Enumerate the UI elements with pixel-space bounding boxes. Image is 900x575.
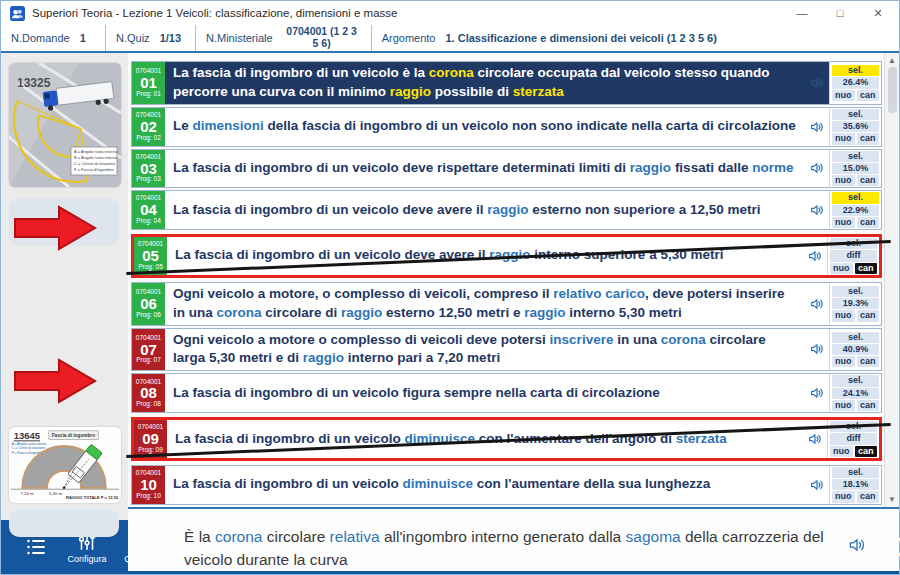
question-text: La fascia di ingombro di un veicolo figu… [165,374,805,412]
figure-fascia-ingombro[interactable]: 13645 Fascia di ingombro A = Angolo ruot… [9,427,121,503]
figure-top-number: 13325 [17,76,51,90]
window-controls: — □ ✕ [783,1,897,25]
question-stats: sel. diff nuo can [827,237,879,275]
question-stats: sel. 26.4% nuo can [829,62,881,104]
question-badge: 0704001 09 Prog: 09 [134,420,167,458]
question-badge: 0704001 08 Prog: 08 [132,374,165,412]
nministeriale-label: N.Ministeriale [206,32,273,44]
argomento-label: Argomento [382,32,436,44]
question-audio[interactable] [805,466,829,504]
stat-can-button[interactable]: can [857,400,880,411]
question-row[interactable]: 0704001 10 Prog: 10 La fascia di ingombr… [131,465,882,505]
ndomande-value: 1 [80,32,86,44]
stat-value: 35.6% [832,121,879,132]
stat-value: diff [830,433,877,444]
question-prog: Prog: 06 [136,312,161,319]
app-window: Superiori Teoria - Lezione 1 Veicoli: cl… [0,0,900,575]
question-stats: sel. 24.1% nuo can [829,374,881,412]
question-stats: sel. diff nuo can [827,420,879,458]
question-row[interactable]: 0704001 09 Prog: 09 La fascia di ingombr… [131,417,882,461]
question-audio[interactable] [803,237,827,275]
scrollbar[interactable]: ▲ ▼ [884,53,899,507]
stat-nuo-button[interactable]: nuo [832,90,855,101]
question-audio[interactable] [803,420,827,458]
question-row[interactable]: 0704001 04 Prog: 04 La fascia di ingombr… [131,190,882,230]
argomento-value: 1. Classificazione e dimensioni dei veic… [445,32,716,44]
question-number: 02 [140,119,157,135]
question-row[interactable]: 0704001 03 Prog: 03 La fascia di ingombr… [131,149,882,189]
stat-value: 24.1% [832,388,879,399]
question-badge: 0704001 03 Prog: 03 [132,150,165,188]
question-audio[interactable] [805,329,829,371]
question-stats: sel. 19.3% nuo can [829,283,881,325]
question-number: 03 [140,161,157,177]
question-number: 06 [140,296,157,312]
stat-can-button[interactable]: can [857,217,880,228]
description-audio-icon[interactable] [847,535,867,555]
stat-sel: sel. [832,286,879,297]
stat-nuo-button[interactable]: nuo [832,400,855,411]
nquiz-value: 1/13 [160,32,181,44]
question-text: La fascia di ingombro di un veicolo dimi… [167,420,803,458]
stat-can-button[interactable]: can [857,90,880,101]
stat-can-button[interactable]: can [855,263,878,274]
stat-nuo-button[interactable]: nuo [832,175,855,186]
minimize-icon[interactable]: — [783,1,821,25]
maximize-icon[interactable]: □ [821,1,859,25]
question-badge: 0704001 10 Prog: 10 [132,466,165,504]
question-audio[interactable] [805,62,829,104]
scroll-up-icon[interactable]: ▲ [888,56,896,65]
stat-nuo-button[interactable]: nuo [832,491,855,502]
figure-turning-circle[interactable]: A = Angolo ruota esterna B = Angolo ruot… [9,63,121,187]
stat-nuo-button[interactable]: nuo [832,133,855,144]
stat-can-button[interactable]: can [857,356,880,367]
question-row[interactable]: 0704001 08 Prog: 08 La fascia di ingombr… [131,373,882,413]
speaker-icon [809,341,825,357]
question-badge: 0704001 05 Prog: 05 [134,237,167,275]
speaker-icon [809,477,825,493]
answer-description: È la corona circolare relativa all'ingom… [128,507,899,572]
question-stats: sel. 35.6% nuo can [829,108,881,146]
question-audio[interactable] [805,150,829,188]
stat-nuo-button[interactable]: nuo [830,446,853,457]
field-ndomande: N.Domande 1 [1,25,106,51]
svg-text:C = Centro di rotazione: C = Centro di rotazione [74,161,116,166]
question-row[interactable]: 0704001 07 Prog: 07 Ogni veicolo a motor… [131,328,882,372]
stat-nuo-button[interactable]: nuo [830,263,853,274]
menu-list-button[interactable] [13,535,59,559]
question-row[interactable]: 0704001 01 Prog: 01 La fascia di ingombr… [131,61,882,105]
stat-nuo-button[interactable]: nuo [832,356,855,367]
pointer-arrow-row5 [13,205,97,251]
question-row[interactable]: 0704001 05 Prog: 05 La fascia di ingombr… [131,234,882,278]
question-audio[interactable] [805,191,829,229]
stat-can-button[interactable]: can [857,133,880,144]
question-text: Le dimensioni della fascia di ingombro d… [165,108,805,146]
stat-can-button[interactable]: can [857,175,880,186]
speaker-icon [809,75,825,91]
stat-nuo-button[interactable]: nuo [832,217,855,228]
question-number: 05 [142,248,159,264]
question-audio[interactable] [805,374,829,412]
question-text: La fascia di ingombro di un veicolo deve… [165,150,805,188]
question-area: 0704001 01 Prog: 01 La fascia di ingombr… [128,53,899,507]
nquiz-label: N.Quiz [116,32,150,44]
stat-can-button[interactable]: can [857,310,880,321]
scroll-down-icon[interactable]: ▼ [888,495,896,504]
question-row[interactable]: 0704001 06 Prog: 06 Ogni veicolo a motor… [131,282,882,326]
question-audio[interactable] [805,108,829,146]
question-prog: Prog: 01 [136,91,161,98]
speaker-icon [809,160,825,176]
stat-can-button[interactable]: can [855,446,878,457]
question-text: Ogni veicolo a motore, o complesso di ve… [165,283,805,325]
question-prog: Prog: 02 [136,135,161,142]
stat-nuo-button[interactable]: nuo [832,310,855,321]
stat-can-button[interactable]: can [857,491,880,502]
speaker-icon [807,248,823,264]
figure-label-530: 5,30 m [49,491,63,496]
close-icon[interactable]: ✕ [859,1,897,25]
scroll-thumb[interactable] [888,67,897,113]
question-text: La fascia di ingombro di un veicolo è la… [165,62,805,104]
figure-label-720: 7,20 m [20,491,34,496]
question-audio[interactable] [805,283,829,325]
question-row[interactable]: 0704001 02 Prog: 02 Le dimensioni della … [131,107,882,147]
